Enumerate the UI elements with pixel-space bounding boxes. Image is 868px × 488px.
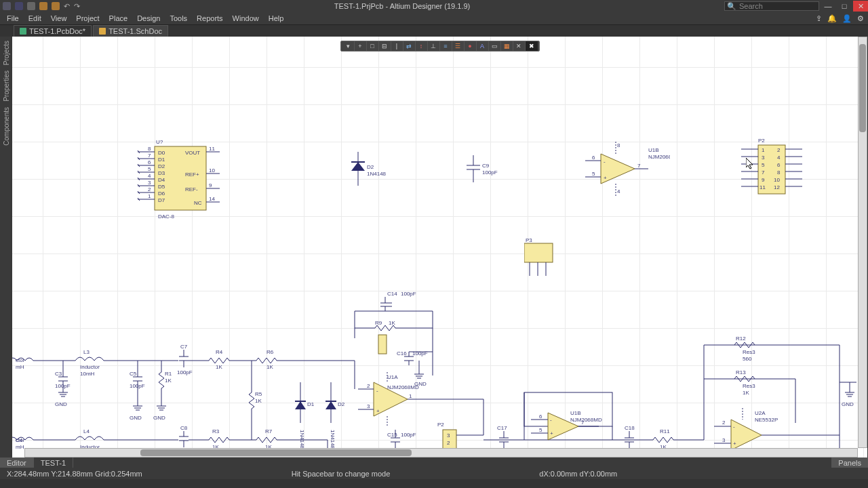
tool-stack1[interactable]: ≡	[440, 41, 452, 51]
svg-text:NJM2068MD: NJM2068MD	[648, 154, 670, 160]
svg-text:R5: R5	[255, 391, 262, 397]
svg-text:REF-: REF-	[185, 186, 198, 192]
svg-text:GND: GND	[130, 415, 142, 421]
editor-button[interactable]: Editor	[0, 458, 34, 468]
menu-view[interactable]: View	[51, 14, 67, 22]
menu-file[interactable]: File	[7, 14, 19, 22]
menu-help[interactable]: Help	[269, 14, 284, 22]
svg-text:4: 4	[777, 155, 781, 161]
minimize-button[interactable]: —	[821, 1, 835, 12]
doc-name[interactable]: TEST-1	[34, 458, 73, 468]
tool-vert[interactable]: |	[391, 41, 403, 51]
tool-cross[interactable]: +	[355, 41, 367, 51]
tab-schdoc[interactable]: TEST-1.SchDoc	[93, 25, 168, 37]
share-icon[interactable]: ⇪	[816, 14, 822, 23]
tool-text[interactable]: A	[477, 41, 489, 51]
tool-gnd[interactable]: ⊥	[428, 41, 440, 51]
tool-net[interactable]: ↕	[416, 41, 428, 51]
menu-reports[interactable]: Reports	[197, 14, 223, 22]
close-button[interactable]: ✕	[853, 1, 868, 12]
part-c9[interactable]: C9 100pF	[463, 155, 511, 189]
svg-text:100pF: 100pF	[412, 350, 428, 357]
new-icon[interactable]	[15, 2, 23, 10]
search-input[interactable]: 🔍 Search	[724, 1, 819, 11]
svg-text:3: 3	[722, 437, 726, 443]
part-dac8[interactable]: U? D0D1D2D3 D4D5D6D7 VOUT REF+ REF- NC 8…	[127, 138, 222, 226]
svg-text:14: 14	[209, 196, 215, 202]
svg-text:NJM2068MD: NJM2068MD	[570, 417, 602, 423]
schematic-canvas[interactable]: ▾ + □ ⊟ | ⇄ ↕ ⊥ ≡ ☰ ● A ▭ ▦ ✕ ✖ U? D0D1D…	[12, 37, 867, 458]
open-icon[interactable]	[39, 2, 47, 10]
svg-text:2: 2	[148, 186, 151, 192]
app-icon	[3, 2, 11, 10]
part-p2[interactable]: P2 12 34 56 78 910 1112	[731, 137, 819, 198]
svg-text:8: 8	[617, 142, 620, 148]
open2-icon[interactable]	[52, 2, 60, 10]
part-u1b[interactable]: 8 4 -6 +5 7 U1B NJM2068MD	[575, 142, 670, 203]
notifications-icon[interactable]: 🔔	[827, 14, 837, 23]
svg-text:C17: C17	[497, 425, 507, 431]
svg-text:10: 10	[209, 167, 215, 174]
h-scroll-thumb[interactable]	[140, 449, 412, 456]
schematic-main[interactable]: C14100pF R91K C16100pF GND 2- 3+ 1 U1ANJ…	[12, 287, 863, 458]
tool-bus[interactable]: ⇄	[403, 41, 416, 51]
horizontal-scrollbar[interactable]	[24, 448, 858, 458]
part-d2[interactable]: D2 1N4148	[348, 152, 395, 192]
tool-rect2[interactable]: ⊟	[379, 41, 391, 51]
menu-tools[interactable]: Tools	[170, 14, 187, 22]
v-scroll-thumb[interactable]	[859, 44, 866, 132]
redo-icon[interactable]: ↷	[74, 2, 80, 11]
svg-text:GND: GND	[842, 401, 854, 407]
svg-text:C16: C16	[397, 350, 407, 357]
svg-text:4: 4	[617, 188, 620, 195]
panels-button[interactable]: Panels	[831, 458, 868, 468]
svg-text:R3: R3	[212, 428, 220, 434]
svg-text:7: 7	[637, 163, 641, 169]
side-panel-tabs: Projects Properties Components	[0, 37, 12, 458]
svg-text:L4: L4	[83, 428, 90, 434]
svg-text:11: 11	[760, 184, 766, 190]
menu-place[interactable]: Place	[109, 14, 128, 22]
undo-icon[interactable]: ↶	[64, 2, 70, 11]
tool-dot[interactable]: ●	[465, 41, 477, 51]
menu-edit[interactable]: Edit	[28, 14, 41, 22]
svg-text:C7: C7	[180, 344, 188, 350]
sidetab-components[interactable]: Components	[3, 107, 10, 146]
vertical-scrollbar[interactable]	[858, 37, 867, 448]
svg-text:R1: R1	[165, 371, 172, 377]
svg-text:U1A: U1A	[387, 374, 398, 380]
tool-close[interactable]: ✖	[526, 41, 538, 51]
tool-filter[interactable]: ▾	[342, 41, 355, 51]
svg-text:100pF: 100pF	[55, 383, 71, 389]
svg-text:5: 5	[762, 162, 765, 168]
part-p3[interactable]: P3	[524, 237, 565, 284]
svg-text:-: -	[550, 417, 552, 423]
svg-text:9: 9	[209, 182, 212, 188]
svg-text:2: 2	[777, 147, 781, 153]
tool-grid2[interactable]: ▦	[501, 41, 513, 51]
tab-pcbdoc[interactable]: TEST-1.PcbDoc*	[14, 25, 92, 37]
menu-project[interactable]: Project	[76, 14, 99, 22]
svg-text:C14: C14	[387, 291, 397, 297]
svg-text:R12: R12	[736, 336, 746, 342]
maximize-button[interactable]: □	[837, 1, 852, 12]
cursor-icon	[746, 158, 755, 170]
menu-design[interactable]: Design	[137, 14, 160, 22]
svg-text:U1B: U1B	[570, 410, 581, 416]
sidetab-properties[interactable]: Properties	[3, 70, 10, 102]
sidetab-projects[interactable]: Projects	[3, 41, 10, 65]
window-title: TEST-1.PrjPcb - Altium Designer (19.1.9)	[80, 2, 724, 10]
svg-text:10: 10	[774, 177, 780, 183]
user-icon[interactable]: 👤	[842, 14, 852, 23]
tool-rect[interactable]: □	[367, 41, 379, 51]
tool-x[interactable]: ✕	[513, 41, 526, 51]
menu-window[interactable]: Window	[233, 14, 259, 22]
tool-stack2[interactable]: ☰	[452, 41, 465, 51]
tool-rect3[interactable]: ▭	[489, 41, 501, 51]
save-icon[interactable]	[27, 2, 35, 10]
svg-text:R9: R9	[375, 320, 382, 326]
svg-text:C15: C15	[387, 432, 397, 438]
svg-text:2: 2	[447, 440, 450, 446]
svg-text:3: 3	[367, 403, 370, 409]
settings-icon[interactable]: ⚙	[857, 14, 864, 23]
